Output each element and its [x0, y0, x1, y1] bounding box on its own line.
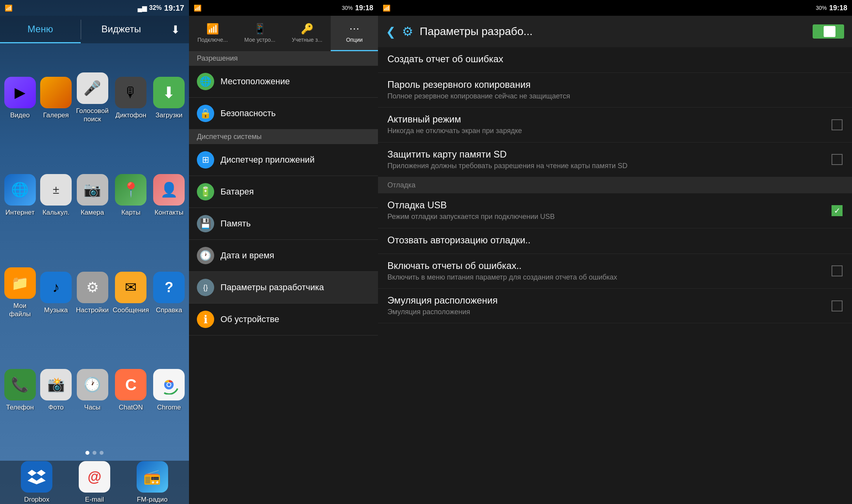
usb-debug-checkbox[interactable]: ✓	[832, 205, 843, 216]
app-clock[interactable]: 🕐 Часы	[76, 344, 109, 437]
tab-menu[interactable]: Меню	[0, 16, 81, 43]
settings-location[interactable]: 🌐 Местоположение	[189, 66, 378, 98]
contacts-label: Контакты	[155, 209, 183, 217]
dev-error-reports[interactable]: Включать отчеты об ошибках.. Включить в …	[378, 254, 852, 289]
error-reports-checkbox[interactable]	[832, 265, 843, 276]
protect-sd-checkbox[interactable]	[832, 154, 843, 165]
mock-location-checkbox[interactable]	[832, 300, 843, 311]
active-mode-checkbox[interactable]	[832, 119, 843, 130]
app-voice[interactable]: 🎤 Голосовой поиск	[76, 51, 109, 145]
memory-label: Память	[220, 219, 251, 229]
status-right: ▄▆ 32% 19:17	[137, 4, 184, 13]
dev-power-toggle[interactable]	[813, 24, 844, 39]
active-mode-title: Активный режим	[387, 114, 825, 125]
settings-security[interactable]: 🔒 Безопасность	[189, 98, 378, 130]
app-camera[interactable]: 📷 Камера	[76, 149, 109, 243]
download-btn[interactable]: ⬇	[161, 16, 189, 43]
tab-accounts[interactable]: 🔑 Учетные з...	[283, 16, 331, 51]
debug-section-header: Отладка	[378, 177, 852, 193]
settings-datetime[interactable]: 🕐 Дата и время	[189, 240, 378, 272]
dev-backup-password[interactable]: Пароль резервного копирования Полное рез…	[378, 73, 852, 107]
camera-label: Камера	[81, 209, 104, 217]
tab-options[interactable]: ⋯ Опции	[331, 16, 378, 51]
dev-status-bar: 📶 30% 19:18	[378, 0, 852, 16]
s-status-left: 📶	[194, 4, 202, 12]
dev-options-list: Создать отчет об ошибках Пароль резервно…	[378, 47, 852, 504]
app-calc[interactable]: ± Калькул.	[40, 149, 72, 243]
files-label: Мои файлы	[4, 302, 36, 318]
photos-icon: 📸	[40, 369, 72, 400]
apps-grid: ▶ Видео Галерея 🎤 Голосовой поиск 🎙 Дикт…	[0, 43, 189, 445]
app-music[interactable]: ♪ Музыка	[40, 246, 72, 340]
mock-location-content: Эмуляция расположения Эмуляция расположе…	[387, 295, 825, 317]
revoke-auth-content: Отозвать авторизацию отладки..	[387, 235, 843, 247]
dev-active-mode[interactable]: Активный режим Никогда не отключать экра…	[378, 107, 852, 142]
home-tabs: Меню Виджеты ⬇	[0, 16, 189, 43]
app-maps[interactable]: 📍 Карты	[113, 149, 149, 243]
dev-mock-location[interactable]: Эмуляция расположения Эмуляция расположе…	[378, 289, 852, 323]
settings-appmanager[interactable]: ⊞ Диспетчер приложений	[189, 144, 378, 176]
tab-widgets[interactable]: Виджеты	[81, 16, 162, 43]
app-gallery[interactable]: Галерея	[40, 51, 72, 145]
dev-protect-sd[interactable]: Защитить карту памяти SD Приложения долж…	[378, 143, 852, 177]
maps-icon: 📍	[115, 174, 146, 206]
app-chrome[interactable]: Chrome	[153, 344, 185, 437]
developer-panel: 📶 30% 19:18 ❮ ⚙ Параметры разрабо... Соз…	[378, 0, 852, 504]
fm-icon: 📻	[137, 461, 168, 493]
toggle-indicator	[824, 26, 835, 37]
dev-revoke-auth[interactable]: Отозвать авторизацию отладки..	[378, 228, 852, 254]
app-help[interactable]: ? Справка	[153, 246, 185, 340]
clock-icon: 🕐	[77, 369, 108, 400]
music-icon: ♪	[40, 272, 72, 303]
settings-section: Разрешения	[189, 51, 378, 66]
page-indicators	[0, 445, 189, 461]
voice-label: Голосовой поиск	[76, 107, 109, 123]
camera-icon: 📷	[77, 174, 108, 206]
app-dictaphone[interactable]: 🎙 Диктофон	[113, 51, 149, 145]
app-chaton[interactable]: C ChatON	[113, 344, 149, 437]
app-messages[interactable]: ✉ Сообщения	[113, 246, 149, 340]
sys-manager-header: Диспетчер системы	[189, 130, 378, 144]
dev-usb-debug[interactable]: Отладка USB Режим отладки запускается пр…	[378, 193, 852, 228]
app-downloads[interactable]: ⬇ Загрузки	[153, 51, 185, 145]
help-label: Справка	[156, 306, 182, 314]
app-photos[interactable]: 📸 Фото	[40, 344, 72, 437]
s-time: 19:18	[355, 4, 373, 12]
tab-connections[interactable]: 📶 Подключе...	[189, 16, 236, 51]
maps-label: Карты	[121, 209, 140, 217]
battery-pct: 32%	[149, 4, 162, 11]
dock-dropbox[interactable]: Dropbox	[21, 461, 52, 504]
dev-bug-report[interactable]: Создать отчет об ошибках	[378, 47, 852, 73]
chaton-icon: C	[115, 369, 146, 400]
files-icon: 📁	[4, 267, 36, 299]
settings-battery[interactable]: 🔋 Батарея	[189, 176, 378, 208]
app-files[interactable]: 📁 Мои файлы	[4, 246, 36, 340]
tab-mydevice[interactable]: 📱 Мое устро...	[236, 16, 283, 51]
app-video[interactable]: ▶ Видео	[4, 51, 36, 145]
settings-developer[interactable]: {} Параметры разработчика	[189, 272, 378, 304]
accounts-icon: 🔑	[301, 23, 313, 35]
status-left: 📶	[5, 4, 13, 12]
settings-memory[interactable]: 💾 Память	[189, 208, 378, 240]
chrome-label: Chrome	[157, 404, 181, 411]
app-internet[interactable]: 🌐 Интернет	[4, 149, 36, 243]
location-label: Местоположение	[220, 76, 290, 87]
dock-email[interactable]: @ E-mail	[79, 461, 110, 504]
developer-icon: {}	[197, 279, 214, 296]
settings-about[interactable]: ℹ Об устройстве	[189, 304, 378, 335]
contacts-icon: 👤	[153, 174, 185, 206]
email-label: E-mail	[85, 496, 104, 504]
dot-1	[85, 451, 89, 455]
backup-password-subtitle: Полное резервное копирование сейчас не з…	[387, 92, 843, 101]
dictaphone-label: Диктофон	[115, 111, 146, 119]
chrome-icon	[153, 369, 185, 400]
app-settings[interactable]: ⚙ Настройки	[76, 246, 109, 340]
internet-icon: 🌐	[4, 174, 36, 206]
dock-fm[interactable]: 📻 FM-радио	[137, 461, 168, 504]
back-button[interactable]: ❮	[386, 25, 396, 39]
protect-sd-subtitle: Приложения должны требовать разрешения н…	[387, 161, 825, 170]
app-phone[interactable]: 📞 Телефон	[4, 344, 36, 437]
options-icon: ⋯	[349, 23, 359, 35]
app-contacts[interactable]: 👤 Контакты	[153, 149, 185, 243]
settings-status-bar: 📶 30% 19:18	[189, 0, 378, 16]
